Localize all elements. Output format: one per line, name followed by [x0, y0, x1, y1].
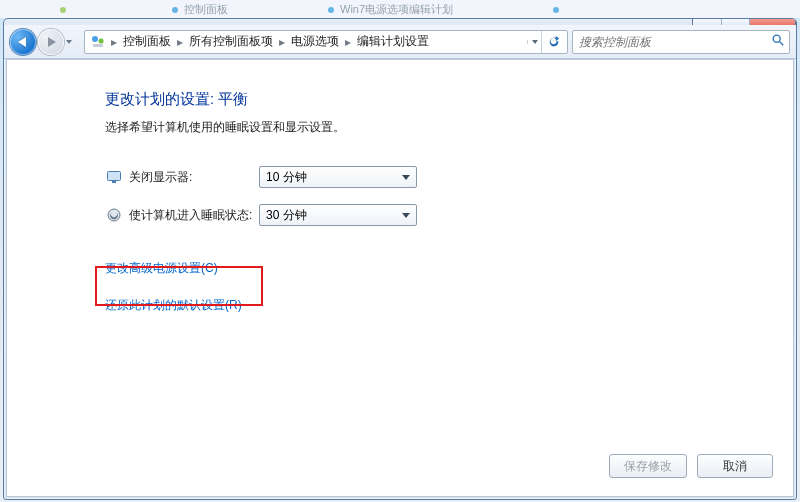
row-turn-off-display: 关闭显示器: 10 分钟 [105, 166, 765, 188]
navigation-bar: ▸ 控制面板 ▸ 所有控制面板项 ▸ 电源选项 ▸ 编辑计划设置 [4, 25, 796, 59]
chevron-down-icon [402, 213, 410, 218]
row-sleep: 使计算机进入睡眠状态: 30 分钟 [105, 204, 765, 226]
search-input[interactable] [577, 34, 771, 50]
chevron-down-icon [402, 175, 410, 180]
crumb-all-items[interactable]: 所有控制面板项 [185, 31, 277, 53]
crumb-control-panel[interactable]: 控制面板 [119, 31, 175, 53]
sleep-value: 30 分钟 [266, 207, 402, 224]
display-off-label: 关闭显示器: [129, 169, 259, 186]
breadcrumb-sep: ▸ [343, 35, 353, 49]
save-button[interactable]: 保存修改 [609, 454, 687, 478]
refresh-button[interactable] [541, 31, 565, 53]
svg-point-1 [99, 38, 104, 43]
control-panel-icon [87, 34, 109, 50]
svg-point-0 [92, 36, 98, 42]
crumb-edit-plan[interactable]: 编辑计划设置 [353, 31, 433, 53]
breadcrumb-sep: ▸ [277, 35, 287, 49]
restore-defaults-link[interactable]: 还原此计划的默认设置(R) [105, 298, 242, 312]
svg-rect-6 [112, 181, 116, 183]
display-off-value: 10 分钟 [266, 169, 402, 186]
address-dropdown[interactable] [527, 40, 541, 44]
crumb-power-options[interactable]: 电源选项 [287, 31, 343, 53]
control-panel-window: ✕ ▸ 控制面板 [3, 18, 797, 500]
content-area: 更改计划的设置: 平衡 选择希望计算机使用的睡眠设置和显示设置。 关闭显示器: … [6, 59, 794, 497]
footer-buttons: 保存修改 取消 [609, 454, 773, 478]
display-off-combo[interactable]: 10 分钟 [259, 166, 417, 188]
history-dropdown[interactable] [66, 40, 72, 44]
breadcrumb-sep: ▸ [175, 35, 185, 49]
nav-buttons [10, 28, 74, 56]
arrow-left-icon [18, 37, 26, 47]
search-icon [771, 33, 785, 50]
svg-rect-5 [108, 172, 121, 181]
sleep-combo[interactable]: 30 分钟 [259, 204, 417, 226]
sleep-label: 使计算机进入睡眠状态: [129, 207, 259, 224]
address-bar[interactable]: ▸ 控制面板 ▸ 所有控制面板项 ▸ 电源选项 ▸ 编辑计划设置 [84, 30, 568, 54]
svg-rect-2 [93, 44, 103, 47]
display-icon [105, 169, 123, 185]
page-subtitle: 选择希望计算机使用的睡眠设置和显示设置。 [105, 119, 765, 136]
arrow-right-icon [48, 37, 56, 47]
background-browser-tabs: 控制面板 Win7电源选项编辑计划 [0, 0, 800, 18]
svg-line-4 [780, 42, 784, 46]
page-title: 更改计划的设置: 平衡 [105, 90, 765, 109]
sleep-icon [105, 207, 123, 223]
svg-point-3 [773, 35, 780, 42]
breadcrumb-sep: ▸ [109, 35, 119, 49]
cancel-button[interactable]: 取消 [697, 454, 773, 478]
back-button[interactable] [10, 29, 36, 55]
search-box[interactable] [572, 30, 790, 54]
advanced-settings-link[interactable]: 更改高级电源设置(C) [105, 261, 218, 275]
forward-button[interactable] [38, 29, 64, 55]
